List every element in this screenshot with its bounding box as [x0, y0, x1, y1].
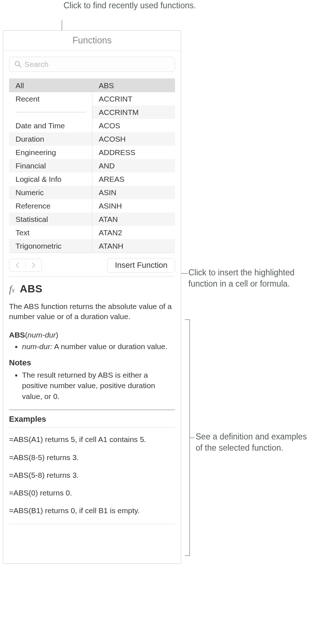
functions-panel: Functions All Recent Date and Time Durat… — [3, 30, 181, 564]
chevron-left-icon — [16, 263, 19, 268]
fn-atan[interactable]: ATAN — [92, 212, 175, 226]
category-numeric[interactable]: Numeric — [9, 186, 92, 199]
category-duration[interactable]: Duration — [9, 132, 92, 146]
function-list: ABS ACCRINT ACCRINTM ACOS ACOSH ADDRESS … — [92, 79, 175, 253]
nav-back-button[interactable] — [9, 259, 25, 271]
fn-address[interactable]: ADDRESS — [92, 146, 175, 159]
search-field[interactable] — [9, 57, 175, 72]
example-4: =ABS(0) returns 0. — [9, 488, 175, 498]
category-statistical[interactable]: Statistical — [9, 212, 92, 226]
param-name: num-dur: — [22, 342, 52, 351]
function-detail: fx ABS The ABS function returns the abso… — [3, 276, 181, 527]
param-desc: A number value or duration value. — [54, 342, 167, 351]
sig-arg: num-dur — [27, 331, 56, 339]
svg-point-0 — [15, 61, 19, 66]
callout-recent: Click to find recently used functions. — [64, 0, 196, 11]
insert-function-button[interactable]: Insert Function — [107, 258, 175, 272]
fn-accrintm[interactable]: ACCRINTM — [92, 106, 175, 119]
fn-name: ABS — [20, 283, 43, 295]
fn-acosh[interactable]: ACOSH — [92, 132, 175, 146]
fn-description: The ABS function returns the absolute va… — [9, 301, 175, 322]
fx-icon: fx — [9, 283, 15, 295]
callout-detail: See a definition and examples of the sel… — [196, 431, 314, 454]
category-logical-info[interactable]: Logical & Info — [9, 172, 92, 186]
search-wrap — [3, 51, 181, 78]
example-2: =ABS(8-5) returns 3. — [9, 452, 175, 462]
category-date-time[interactable]: Date and Time — [9, 119, 92, 132]
fn-atanh[interactable]: ATANH — [92, 239, 175, 253]
nav-forward-button[interactable] — [26, 259, 42, 271]
fn-asin[interactable]: ASIN — [92, 186, 175, 199]
chevron-right-icon — [32, 263, 35, 268]
note-item: The result returned by ABS is either a p… — [22, 370, 175, 402]
category-list: All Recent Date and Time Duration Engine… — [9, 79, 92, 253]
fn-accrint[interactable]: ACCRINT — [92, 92, 175, 106]
callout-line — [181, 273, 188, 274]
fn-atan2[interactable]: ATAN2 — [92, 226, 175, 239]
category-financial[interactable]: Financial — [9, 159, 92, 172]
param-item: num-dur: A number value or duration valu… — [22, 342, 175, 352]
search-icon — [14, 61, 22, 68]
examples-hr-mid — [9, 428, 175, 428]
examples-hr-top — [9, 409, 175, 410]
examples-heading: Examples — [9, 415, 175, 424]
example-3: =ABS(5-8) returns 3. — [9, 470, 175, 480]
category-text[interactable]: Text — [9, 226, 92, 239]
search-input[interactable] — [25, 60, 170, 69]
toolbar: Insert Function — [3, 253, 181, 276]
callout-detail-text: See a definition and examples of the sel… — [196, 432, 307, 452]
callout-bracket — [185, 319, 190, 556]
panel-title: Functions — [3, 31, 181, 51]
fn-asinh[interactable]: ASINH — [92, 199, 175, 212]
example-1: =ABS(A1) returns 5, if cell A1 contains … — [9, 434, 175, 444]
fn-signature: ABS(num-dur) — [9, 331, 175, 339]
sig-name: ABS — [9, 331, 25, 339]
notes-list: The result returned by ABS is either a p… — [9, 370, 175, 402]
examples-hr-bottom — [9, 524, 175, 524]
category-all[interactable]: All — [9, 79, 92, 92]
example-5: =ABS(B1) returns 0, if cell B1 is empty. — [9, 506, 175, 515]
category-reference[interactable]: Reference — [9, 199, 92, 212]
category-trigonometric[interactable]: Trigonometric — [9, 239, 92, 253]
callout-insert-text: Click to insert the highlighted function… — [188, 268, 295, 288]
bracket-tick — [189, 438, 195, 438]
fn-and[interactable]: AND — [92, 159, 175, 172]
params-list: num-dur: A number value or duration valu… — [9, 342, 175, 352]
fn-acos[interactable]: ACOS — [92, 119, 175, 132]
callout-recent-text: Click to find recently used functions. — [64, 1, 196, 10]
svg-line-1 — [19, 65, 21, 67]
fn-areas[interactable]: AREAS — [92, 172, 175, 186]
nav-buttons — [9, 259, 42, 272]
fn-header: fx ABS — [9, 283, 175, 295]
notes-heading: Notes — [9, 358, 175, 368]
category-engineering[interactable]: Engineering — [9, 146, 92, 159]
fn-abs[interactable]: ABS — [92, 79, 175, 92]
category-recent[interactable]: Recent — [9, 92, 92, 106]
callout-insert: Click to insert the highlighted function… — [188, 267, 314, 289]
category-spacer — [9, 106, 92, 119]
lists: All Recent Date and Time Duration Engine… — [9, 78, 175, 253]
